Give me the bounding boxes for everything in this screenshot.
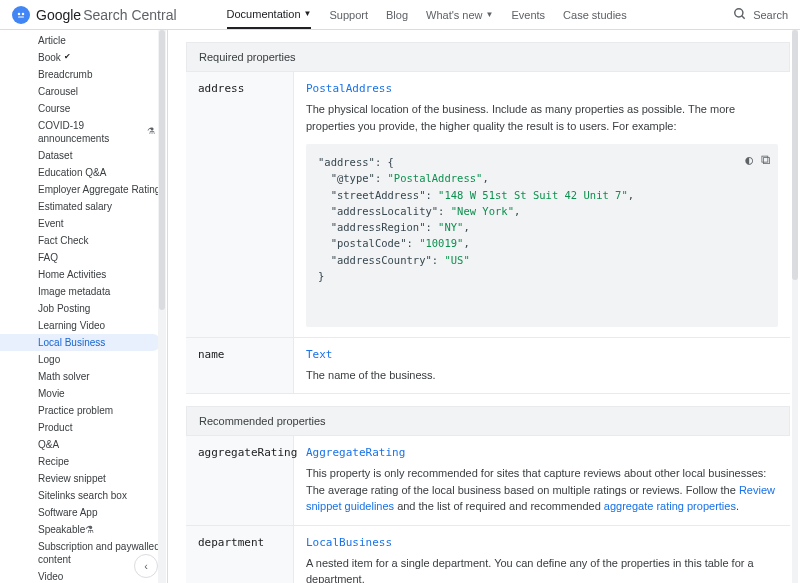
sidebar-item-speakable[interactable]: Speakable ⚗ — [0, 521, 167, 538]
main-scroll-thumb[interactable] — [792, 30, 798, 280]
sidebar-item-covid-19-announcements[interactable]: COVID-19 announcements⚗ — [0, 117, 167, 147]
verified-badge-icon: ✔ — [64, 52, 71, 62]
logo[interactable]: GoogleSearch Central — [12, 6, 177, 24]
sidebar-item-movie[interactable]: Movie — [0, 385, 167, 402]
sidebar-item-home-activities[interactable]: Home Activities — [0, 266, 167, 283]
property-body: LocalBusiness A nested item for a single… — [294, 526, 790, 583]
nav-whats-new[interactable]: What's new▼ — [426, 0, 493, 29]
sidebar-item-practice-problem[interactable]: Practice problem — [0, 402, 167, 419]
code-actions: ◐ ⧉ — [745, 150, 770, 170]
type-link-aggregaterating[interactable]: AggregateRating — [306, 446, 405, 459]
sidebar-item-estimated-salary[interactable]: Estimated salary — [0, 198, 167, 215]
sidebar-item-sitelinks-search-box[interactable]: Sitelinks search box — [0, 487, 167, 504]
sidebar-item-faq[interactable]: FAQ — [0, 249, 167, 266]
sidebar-item-breadcrumb[interactable]: Breadcrumb — [0, 66, 167, 83]
nav-events[interactable]: Events — [511, 0, 545, 29]
nav-support[interactable]: Support — [329, 0, 368, 29]
property-department: department LocalBusiness A nested item f… — [186, 526, 790, 583]
primary-nav: Documentation▼ Support Blog What's new▼ … — [227, 0, 627, 29]
property-description: The physical location of the business. I… — [306, 101, 778, 134]
property-name: name — [186, 338, 294, 394]
property-name: address — [186, 72, 294, 337]
recommended-properties-header: Recommended properties — [186, 406, 790, 436]
sidebar-item-recipe[interactable]: Recipe — [0, 453, 167, 470]
google-robot-icon — [12, 6, 30, 24]
code-example: "address": { "@type": "PostalAddress", "… — [306, 144, 778, 327]
flask-icon: ⚗ — [85, 523, 94, 536]
chevron-down-icon: ▼ — [486, 10, 494, 19]
sidebar-item-image-metadata[interactable]: Image metadata — [0, 283, 167, 300]
sidebar-item-q-a[interactable]: Q&A — [0, 436, 167, 453]
collapse-sidebar-button[interactable]: ‹ — [134, 554, 158, 578]
search[interactable]: Search — [733, 7, 788, 23]
property-body: PostalAddress The physical location of t… — [294, 72, 790, 337]
property-name: aggregateRating — [186, 436, 294, 525]
copy-icon[interactable]: ⧉ — [761, 150, 770, 170]
sidebar-item-local-business[interactable]: Local Business — [0, 334, 161, 351]
property-name-row: name Text The name of the business. — [186, 338, 790, 395]
chevron-down-icon: ▼ — [304, 9, 312, 18]
sidebar-item-fact-check[interactable]: Fact Check — [0, 232, 167, 249]
sidebar-item-course[interactable]: Course — [0, 100, 167, 117]
sidebar-item-math-solver[interactable]: Math solver — [0, 368, 167, 385]
type-link-localbusiness[interactable]: LocalBusiness — [306, 536, 392, 549]
type-link-postaladdress[interactable]: PostalAddress — [306, 82, 392, 95]
main-content: Required properties address PostalAddres… — [168, 30, 800, 583]
main-scrollbar[interactable] — [792, 30, 798, 583]
property-description: This property is only recommended for si… — [306, 465, 778, 515]
sidebar-scrollbar[interactable] — [158, 30, 166, 583]
type-link-text[interactable]: Text — [306, 348, 333, 361]
search-icon — [733, 7, 747, 23]
sidebar-scroll-thumb[interactable] — [159, 30, 165, 310]
svg-line-4 — [742, 15, 745, 18]
property-body: Text The name of the business. — [294, 338, 790, 394]
property-aggregaterating: aggregateRating AggregateRating This pro… — [186, 436, 790, 526]
nav-documentation[interactable]: Documentation▼ — [227, 0, 312, 29]
svg-point-3 — [735, 8, 743, 16]
property-body: AggregateRating This property is only re… — [294, 436, 790, 525]
sidebar: ArticleBook✔BreadcrumbCarouselCourseCOVI… — [0, 30, 168, 583]
sidebar-item-product[interactable]: Product — [0, 419, 167, 436]
logo-text: GoogleSearch Central — [36, 7, 177, 23]
sidebar-item-carousel[interactable]: Carousel — [0, 83, 167, 100]
sidebar-item-review-snippet[interactable]: Review snippet — [0, 470, 167, 487]
svg-point-1 — [22, 12, 25, 15]
sidebar-item-dataset[interactable]: Dataset — [0, 147, 167, 164]
theme-toggle-icon[interactable]: ◐ — [745, 150, 753, 170]
sidebar-item-job-posting[interactable]: Job Posting — [0, 300, 167, 317]
property-name: department — [186, 526, 294, 583]
sidebar-item-software-app[interactable]: Software App — [0, 504, 167, 521]
svg-point-0 — [18, 12, 21, 15]
property-description: A nested item for a single department. Y… — [306, 555, 778, 583]
svg-rect-2 — [18, 16, 24, 17]
nav-blog[interactable]: Blog — [386, 0, 408, 29]
property-description: The name of the business. — [306, 367, 778, 384]
sidebar-item-logo[interactable]: Logo — [0, 351, 167, 368]
required-properties-header: Required properties — [186, 42, 790, 72]
sidebar-item-article[interactable]: Article — [0, 32, 167, 49]
search-label: Search — [753, 9, 788, 21]
aggregate-rating-properties-link[interactable]: aggregate rating properties — [604, 500, 736, 512]
top-header: GoogleSearch Central Documentation▼ Supp… — [0, 0, 800, 30]
sidebar-item-learning-video[interactable]: Learning Video — [0, 317, 167, 334]
nav-case-studies[interactable]: Case studies — [563, 0, 627, 29]
sidebar-item-education-q-a[interactable]: Education Q&A — [0, 164, 167, 181]
property-address: address PostalAddress The physical locat… — [186, 72, 790, 338]
sidebar-item-book[interactable]: Book✔ — [0, 49, 167, 66]
sidebar-item-event[interactable]: Event — [0, 215, 167, 232]
sidebar-item-employer-aggregate-rating[interactable]: Employer Aggregate Rating — [0, 181, 167, 198]
